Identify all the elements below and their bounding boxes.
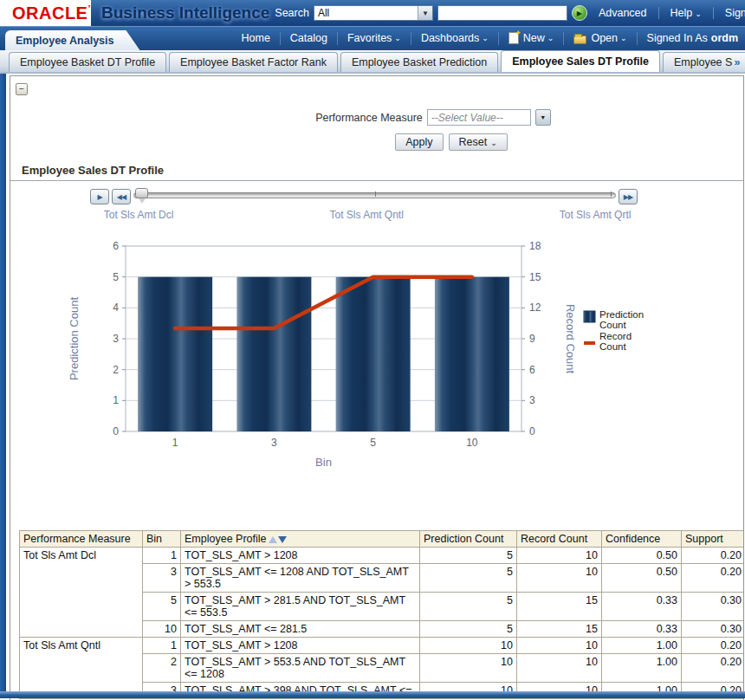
column-header-support: Support <box>682 531 745 548</box>
svg-text:5: 5 <box>113 271 119 283</box>
nav-link-home[interactable]: Home <box>232 32 280 44</box>
prompt-row: Performance Measure --Select Value-- ▼ <box>123 109 743 126</box>
oracle-logo: ORACLE’ <box>0 0 91 26</box>
new-document-icon: ✦ <box>509 32 519 44</box>
advanced-link[interactable]: Advanced <box>587 7 658 19</box>
support-cell: 0.30 <box>682 593 745 621</box>
chevron-down-icon: ⌄ <box>394 34 401 42</box>
svg-text:5: 5 <box>370 437 376 449</box>
prediction-cell: 5 <box>420 593 517 621</box>
chevron-down-icon: ⌄ <box>490 139 497 147</box>
slider-thumb[interactable] <box>135 188 148 198</box>
dashboard-title-tab[interactable]: Employee Analysis <box>5 30 139 50</box>
slider-label-1[interactable]: Tot Sls Amt Qntl <box>329 209 403 221</box>
search-go-button[interactable]: ▶ <box>572 5 587 21</box>
page-edge-left <box>0 74 6 698</box>
reset-button[interactable]: Reset⌄ <box>449 133 508 151</box>
slider-label-2[interactable]: Tot Sls Amt Qrtl <box>560 209 632 221</box>
svg-text:0: 0 <box>113 425 119 438</box>
column-header-employee-profile: Employee Profile <box>181 531 420 548</box>
svg-text:9: 9 <box>529 333 535 345</box>
nav-link-catalog[interactable]: Catalog <box>281 32 337 44</box>
svg-text:0: 0 <box>529 425 535 438</box>
svg-text:3: 3 <box>271 437 277 449</box>
dt-profile-chart: 0123456036912151813510Prediction CountRe… <box>61 239 743 487</box>
svg-text:6: 6 <box>113 240 119 252</box>
prediction-cell: 10 <box>420 638 517 654</box>
slider-label-0[interactable]: Tot Sls Amt Dcl <box>104 209 174 221</box>
prediction-cell: 10 <box>420 654 517 683</box>
sort-icons <box>269 536 287 543</box>
signed-in-as[interactable]: Signed In Asordm <box>638 32 745 44</box>
column-header-label: Support <box>685 533 723 545</box>
tab-employee-basket-dt-profile[interactable]: Employee Basket DT Profile <box>9 52 166 72</box>
svg-text:Count: Count <box>599 320 626 330</box>
open-menu[interactable]: Open⌄ <box>564 32 636 44</box>
column-header-performance-measure: Performance Measure <box>20 531 143 548</box>
sign-out-link[interactable]: Sign Out <box>714 7 745 19</box>
search-scope-value: All <box>314 7 418 19</box>
nav-link-dashboards[interactable]: Dashboards⌄ <box>411 32 498 44</box>
chevron-down-icon[interactable]: ▼ <box>418 6 432 20</box>
svg-text:Record Count: Record Count <box>564 304 577 374</box>
record-cell: 15 <box>517 593 602 621</box>
search-input[interactable] <box>437 5 567 21</box>
navbar: Employee Analysis HomeCatalogFavorites⌄D… <box>0 26 745 50</box>
bar-bin-1[interactable] <box>138 277 212 431</box>
tab-employee-basket-prediction[interactable]: Employee Basket Prediction <box>340 52 498 72</box>
slider-track[interactable] <box>133 188 616 205</box>
banner-links: Advanced Help⌄ Sign Out <box>587 7 745 19</box>
svg-text:6: 6 <box>529 364 535 376</box>
sort-ascending-icon[interactable] <box>269 536 277 543</box>
svg-text:12: 12 <box>529 301 541 314</box>
svg-text:15: 15 <box>529 271 541 283</box>
help-menu[interactable]: Help⌄ <box>659 7 713 19</box>
slider-next-button[interactable]: ▶▶ <box>619 189 638 204</box>
profile-cell: TOT_SLS_AMT <= 281.5 <box>181 621 420 638</box>
tab-employee-sales-dt-profile[interactable]: Employee Sales DT Profile <box>501 50 660 72</box>
column-header-label: Performance Measure <box>23 533 131 545</box>
performance-measure-select[interactable]: --Select Value-- <box>427 109 531 126</box>
bin-cell: 2 <box>143 654 181 683</box>
column-header-bin: Bin <box>143 531 181 548</box>
tab-employee-s[interactable]: Employee S» <box>663 52 745 72</box>
record-cell: 15 <box>517 621 602 638</box>
bin-cell: 3 <box>143 564 181 593</box>
tab-employee-basket-factor-rank[interactable]: Employee Basket Factor Rank <box>169 52 338 72</box>
column-header-label: Employee Profile <box>185 533 267 545</box>
svg-text:18: 18 <box>529 240 541 252</box>
dropdown-arrow-button[interactable]: ▼ <box>535 109 551 126</box>
column-header-prediction-count: Prediction Count <box>420 531 517 548</box>
collapse-section-button[interactable]: − <box>16 83 28 95</box>
slider-tick <box>611 191 612 197</box>
slider-play-button[interactable]: ▶ <box>90 189 109 204</box>
search-scope-select[interactable]: All ▼ <box>314 5 433 21</box>
prediction-cell: 5 <box>420 548 517 564</box>
nav-links: HomeCatalogFavorites⌄Dashboards⌄ ✦ New⌄ … <box>232 26 745 50</box>
svg-text:Prediction Count: Prediction Count <box>68 297 81 380</box>
signed-in-user: ordm <box>711 32 738 44</box>
svg-text:1: 1 <box>172 437 178 449</box>
dashboard-panel: − Performance Measure --Select Value-- ▼… <box>10 75 744 700</box>
new-menu[interactable]: ✦ New⌄ <box>499 32 564 44</box>
chevron-down-icon: ⌄ <box>695 10 702 18</box>
profile-cell: TOT_SLS_AMT > 553.5 AND TOT_SLS_AMT <= 1… <box>181 654 420 683</box>
bar-bin-10[interactable] <box>435 277 509 431</box>
sort-descending-icon[interactable] <box>278 536 287 543</box>
page-tabstrip: Employee Basket DT ProfileEmployee Baske… <box>0 50 745 74</box>
bar-bin-3[interactable] <box>236 277 311 431</box>
oracle-bi-page: ORACLE’ Business Intelligence Search All… <box>0 0 745 700</box>
bar-bin-5[interactable] <box>336 277 411 431</box>
slider-previous-button[interactable]: ◀◀ <box>112 189 131 204</box>
confidence-cell: 0.33 <box>602 593 682 621</box>
search-label: Search <box>275 7 309 19</box>
section-slider: ▶ ◀◀ ▶▶ <box>90 188 638 205</box>
bin-cell: 5 <box>143 593 181 621</box>
column-header-label: Confidence <box>606 533 660 545</box>
nav-link-favorites[interactable]: Favorites⌄ <box>338 32 411 44</box>
profile-cell: TOT_SLS_AMT > 281.5 AND TOT_SLS_AMT <= 5… <box>181 593 420 621</box>
apply-button[interactable]: Apply <box>395 133 443 151</box>
column-header-confidence: Confidence <box>602 531 682 548</box>
tab-label: Employee Basket Factor Rank <box>180 56 327 68</box>
dt-profile-table-wrap: Performance MeasureBinEmployee ProfilePr… <box>19 530 738 699</box>
